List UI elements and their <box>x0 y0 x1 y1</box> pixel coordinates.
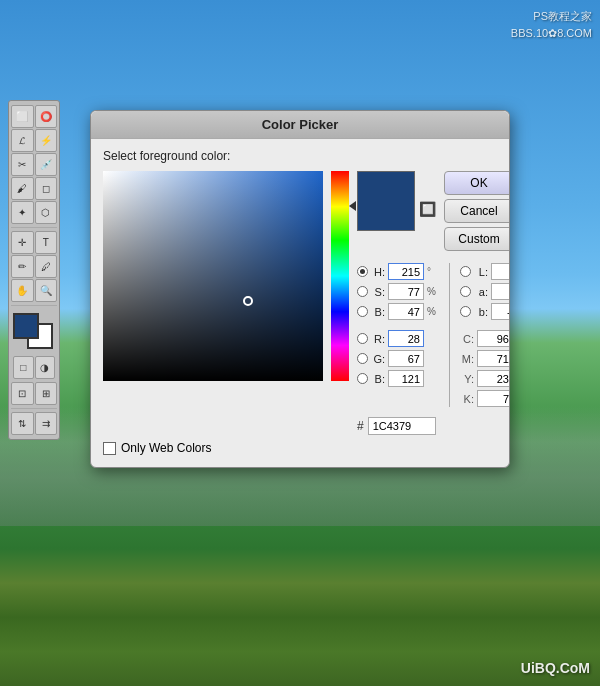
s-label: S: <box>371 286 385 298</box>
b2-radio[interactable] <box>357 373 368 384</box>
dialog-title: Color Picker <box>91 111 509 139</box>
g-radio[interactable] <box>357 353 368 364</box>
m-input[interactable] <box>477 350 510 367</box>
eyedropper-small-icon[interactable]: 🔲 <box>419 201 436 217</box>
r-radio[interactable] <box>357 333 368 344</box>
h-unit: ° <box>427 266 439 277</box>
r-label: R: <box>371 333 385 345</box>
k-input[interactable] <box>477 390 510 407</box>
hue-gradient <box>331 171 349 381</box>
l-label: L: <box>474 266 488 278</box>
k-label: K: <box>460 393 474 405</box>
b-label: B: <box>371 306 385 318</box>
l-input[interactable] <box>491 263 510 280</box>
l-radio[interactable] <box>460 266 471 277</box>
g-label: G: <box>371 353 385 365</box>
hue-slider[interactable] <box>331 171 349 381</box>
dialog-label: Select foreground color: <box>103 149 497 163</box>
watermark-bottom: UiBQ.CoM <box>521 660 590 676</box>
lab-cmyk-col: L: a: b: <box>460 263 510 407</box>
b-radio[interactable] <box>357 306 368 317</box>
a-input[interactable] <box>491 283 510 300</box>
y-input[interactable] <box>477 370 510 387</box>
color-picker-dialog: Color Picker Select foreground color: <box>90 110 510 468</box>
b-input[interactable] <box>388 303 424 320</box>
b2-input[interactable] <box>388 370 424 387</box>
ok-button[interactable]: OK <box>444 171 510 195</box>
b3-radio[interactable] <box>460 306 471 317</box>
hue-arrow <box>349 201 356 211</box>
h-label: H: <box>371 266 385 278</box>
hex-row: # <box>357 417 510 435</box>
a-label: a: <box>474 286 488 298</box>
right-panel: 🔲 OK Cancel Custom <box>357 171 510 435</box>
b3-label: b: <box>474 306 488 318</box>
web-colors-checkbox[interactable] <box>103 442 116 455</box>
hex-input[interactable] <box>368 417 436 435</box>
dialog-overlay: Color Picker Select foreground color: <box>0 0 600 686</box>
c-label: C: <box>460 333 474 345</box>
color-new-swatch[interactable] <box>357 171 415 201</box>
g-input[interactable] <box>388 350 424 367</box>
action-buttons: OK Cancel Custom <box>444 171 510 251</box>
s-radio[interactable] <box>357 286 368 297</box>
y-label: Y: <box>460 373 474 385</box>
hex-hash: # <box>357 419 364 433</box>
m-label: M: <box>460 353 474 365</box>
c-input[interactable] <box>477 330 510 347</box>
gradient-square <box>103 171 323 381</box>
fields-divider <box>449 263 450 407</box>
web-colors-label: Only Web Colors <box>121 441 211 455</box>
h-radio[interactable] <box>357 266 368 277</box>
fields-section: H: ° S: % <box>357 263 510 407</box>
color-gradient-picker[interactable] <box>103 171 323 381</box>
color-current-swatch <box>357 201 415 231</box>
a-radio[interactable] <box>460 286 471 297</box>
r-input[interactable] <box>388 330 424 347</box>
hsb-rgb-col: H: ° S: % <box>357 263 439 407</box>
s-input[interactable] <box>388 283 424 300</box>
b2-label: B: <box>371 373 385 385</box>
custom-button[interactable]: Custom <box>444 227 510 251</box>
s-unit: % <box>427 286 439 297</box>
color-preview-area: 🔲 <box>357 171 436 231</box>
web-colors-row: Only Web Colors <box>103 441 497 455</box>
b3-input[interactable] <box>491 303 510 320</box>
b-unit: % <box>427 306 439 317</box>
h-input[interactable] <box>388 263 424 280</box>
cancel-button[interactable]: Cancel <box>444 199 510 223</box>
